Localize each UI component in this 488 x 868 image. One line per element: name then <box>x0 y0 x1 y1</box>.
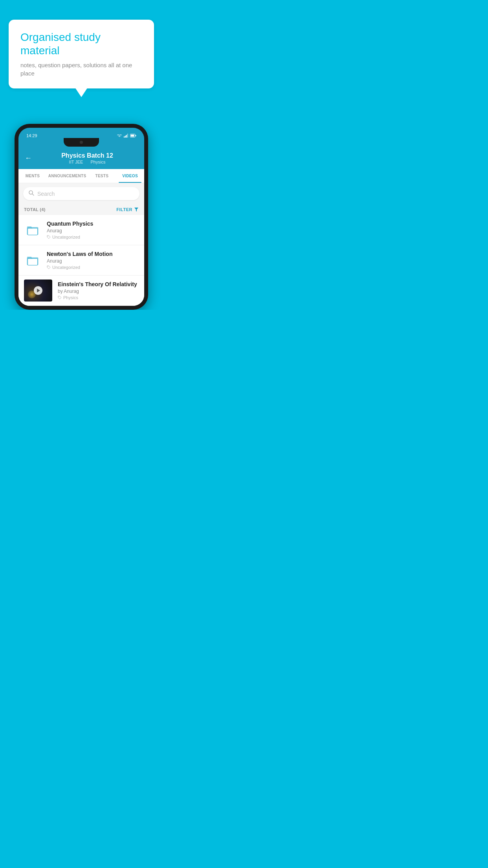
svg-rect-11 <box>28 228 37 235</box>
svg-rect-2 <box>126 135 127 138</box>
play-triangle-icon <box>37 289 40 292</box>
video-tag: Uncategorized <box>47 265 139 270</box>
wifi-icon <box>117 134 122 138</box>
header-subtitle: IIT JEE Physics <box>37 160 138 164</box>
video-info: Einstein's Theory Of Relativity by Anura… <box>58 281 139 300</box>
back-button[interactable]: ← <box>25 154 32 162</box>
filter-button[interactable]: FILTER <box>116 207 139 212</box>
tag-icon <box>47 235 51 239</box>
bubble-subtitle: notes, question papers, solutions all at… <box>20 61 142 77</box>
svg-rect-0 <box>124 136 125 138</box>
video-author: by Anurag <box>58 289 139 294</box>
svg-rect-14 <box>28 259 37 265</box>
search-bar[interactable]: Search <box>23 187 139 200</box>
list-item[interactable]: Quantum Physics Anurag Uncategorized <box>18 215 144 245</box>
status-time: 14:29 <box>26 133 37 138</box>
video-author: Anurag <box>47 258 139 264</box>
filter-bar: TOTAL (4) FILTER <box>18 204 144 215</box>
video-thumbnail <box>24 280 52 302</box>
phone-notch <box>64 138 99 147</box>
svg-point-15 <box>48 266 48 267</box>
header-category: IIT JEE <box>69 160 83 164</box>
tab-announcements[interactable]: ANNOUNCEMENTS <box>47 169 88 183</box>
search-placeholder: Search <box>37 191 55 197</box>
phone-frame: 14:29 <box>15 124 148 310</box>
speech-bubble: Organised study material notes, question… <box>9 20 154 88</box>
video-info: Quantum Physics Anurag Uncategorized <box>47 221 139 239</box>
signal-icon <box>124 134 128 138</box>
status-bar: 14:29 <box>18 128 144 147</box>
bubble-title: Organised study material <box>20 31 142 57</box>
tag-icon <box>47 265 51 269</box>
filter-icon <box>134 207 139 212</box>
svg-rect-6 <box>131 135 134 137</box>
phone-container: 14:29 <box>0 124 163 310</box>
status-icons <box>117 134 136 138</box>
header-title: Physics Batch 12 <box>37 152 138 159</box>
total-count: TOTAL (4) <box>24 207 46 212</box>
svg-rect-1 <box>125 136 126 138</box>
video-title: Newton's Laws of Motion <box>47 251 139 257</box>
top-promo-section: Organised study material notes, question… <box>0 0 163 100</box>
status-row: 14:29 <box>25 132 138 138</box>
app-header: ← Physics Batch 12 IIT JEE Physics <box>18 147 144 169</box>
tab-ments[interactable]: MENTS <box>18 169 47 183</box>
header-subject: Physics <box>91 160 106 164</box>
video-tag: Physics <box>58 295 139 300</box>
app-screen: ← Physics Batch 12 IIT JEE Physics MENTS… <box>18 147 144 306</box>
camera-dot <box>80 141 83 144</box>
list-item[interactable]: Einstein's Theory Of Relativity by Anura… <box>18 276 144 306</box>
video-list: Quantum Physics Anurag Uncategorized <box>18 215 144 306</box>
tab-videos[interactable]: VIDEOS <box>116 169 144 183</box>
tag-label: Uncategorized <box>52 235 80 239</box>
video-author: Anurag <box>47 228 139 234</box>
svg-rect-5 <box>136 135 136 136</box>
folder-icon-container <box>24 221 41 239</box>
folder-icon <box>26 223 40 237</box>
tag-label: Physics <box>63 295 78 300</box>
tag-icon <box>58 296 62 300</box>
play-button[interactable] <box>34 286 42 295</box>
search-bar-container: Search <box>18 183 144 204</box>
folder-icon-container <box>24 252 41 269</box>
svg-point-12 <box>48 236 48 237</box>
video-title: Einstein's Theory Of Relativity <box>58 281 139 287</box>
filter-label: FILTER <box>116 207 132 212</box>
list-item[interactable]: Newton's Laws of Motion Anurag Uncategor… <box>18 245 144 276</box>
battery-icon <box>130 134 136 138</box>
tag-label: Uncategorized <box>52 265 80 270</box>
tabs-bar: MENTS ANNOUNCEMENTS TESTS VIDEOS <box>18 169 144 183</box>
video-title: Quantum Physics <box>47 221 139 227</box>
video-info: Newton's Laws of Motion Anurag Uncategor… <box>47 251 139 270</box>
svg-point-16 <box>59 296 59 297</box>
header-title-group: Physics Batch 12 IIT JEE Physics <box>37 152 138 164</box>
search-icon <box>29 190 34 197</box>
folder-icon <box>26 253 40 267</box>
video-tag: Uncategorized <box>47 235 139 239</box>
svg-line-8 <box>32 194 34 195</box>
svg-rect-3 <box>127 134 128 138</box>
tab-tests[interactable]: TESTS <box>88 169 116 183</box>
svg-marker-9 <box>134 208 138 211</box>
